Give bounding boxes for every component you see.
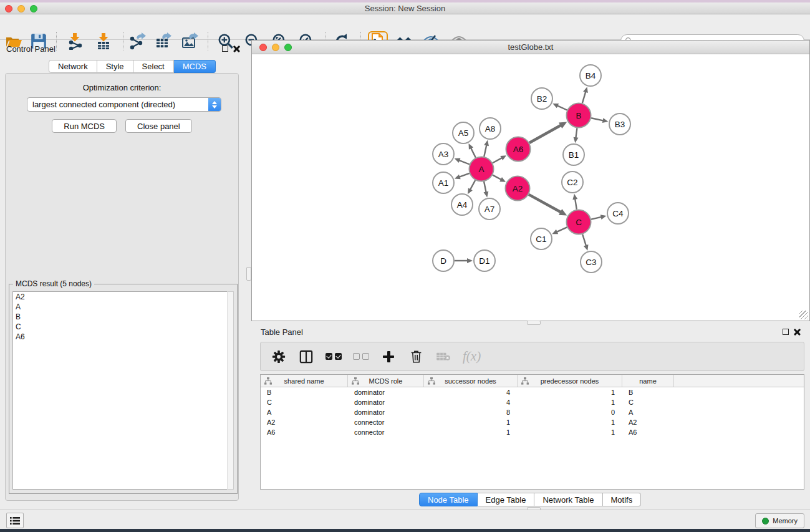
- graph-node-C4[interactable]: C4: [607, 203, 629, 224]
- network-minimize-icon[interactable]: [272, 44, 279, 51]
- memory-button[interactable]: Memory: [755, 513, 804, 528]
- control-panel-close-icon[interactable]: [233, 45, 240, 52]
- table-cell[interactable]: 1: [424, 417, 518, 427]
- graph-edge[interactable]: [471, 147, 476, 157]
- table-cell[interactable]: 1: [518, 417, 622, 427]
- graph-node-A8[interactable]: A8: [480, 118, 501, 139]
- graph-node-A3[interactable]: A3: [433, 143, 454, 165]
- mcds-result-item[interactable]: C: [13, 322, 228, 332]
- close-panel-button[interactable]: Close panel: [125, 119, 192, 133]
- mcds-result-item[interactable]: A2: [13, 292, 228, 302]
- graph-node-A7[interactable]: A7: [479, 198, 500, 220]
- network-view-window[interactable]: testGlobe.txt B4B2BB3B1C2A5A8A6A3AA1A4A7…: [251, 40, 810, 321]
- minimize-window-icon[interactable]: [17, 5, 25, 12]
- graph-edge[interactable]: [557, 105, 567, 110]
- graph-node-C1[interactable]: C1: [531, 228, 552, 249]
- graph-node-A[interactable]: A: [470, 157, 494, 181]
- table-cell[interactable]: dominator: [348, 397, 424, 407]
- graph-node-A1[interactable]: A1: [433, 172, 454, 193]
- column-header-name[interactable]: name: [622, 375, 674, 387]
- network-maximize-icon[interactable]: [284, 44, 292, 51]
- table-cell[interactable]: 1: [518, 397, 622, 407]
- mcds-result-item[interactable]: B: [13, 312, 228, 322]
- table-cell[interactable]: dominator: [348, 407, 424, 417]
- column-visibility-icon[interactable]: [298, 349, 314, 365]
- column-header-successor-nodes[interactable]: successor nodes: [424, 375, 518, 387]
- graph-edge[interactable]: [470, 180, 475, 190]
- tab-mcds[interactable]: MCDS: [174, 60, 216, 73]
- table-cell[interactable]: C: [622, 397, 674, 407]
- column-header-shared-name[interactable]: shared name: [261, 375, 348, 387]
- app-titlebar[interactable]: Session: New Session: [0, 2, 810, 14]
- task-history-button[interactable]: [6, 513, 24, 528]
- delete-column-icon[interactable]: [408, 349, 424, 365]
- graph-edge[interactable]: [582, 235, 586, 247]
- table-cell[interactable]: C: [261, 397, 348, 407]
- maximize-window-icon[interactable]: [30, 5, 37, 12]
- column-header-predecessor-nodes[interactable]: predecessor nodes: [518, 375, 622, 387]
- table-row[interactable]: Adominator80A: [261, 407, 804, 417]
- tab-network-table[interactable]: Network Table: [534, 493, 602, 506]
- table-cell[interactable]: A2: [261, 417, 348, 427]
- network-close-icon[interactable]: [259, 44, 267, 51]
- tab-network[interactable]: Network: [49, 60, 97, 73]
- node-table-header[interactable]: shared name MCDS role successor nodes pr…: [261, 375, 804, 387]
- tab-select[interactable]: Select: [133, 60, 174, 73]
- split-divider-handle[interactable]: [527, 321, 541, 325]
- export-table-icon[interactable]: [153, 31, 173, 51]
- import-network-icon[interactable]: [65, 31, 85, 51]
- table-cell[interactable]: 1: [518, 427, 622, 437]
- run-mcds-button[interactable]: Run MCDS: [52, 119, 117, 133]
- table-cell[interactable]: B: [261, 387, 348, 397]
- table-row[interactable]: Cdominator41C: [261, 397, 804, 407]
- graph-node-A5[interactable]: A5: [453, 122, 474, 143]
- graph-edge[interactable]: [458, 160, 470, 165]
- deselect-all-icon[interactable]: [353, 353, 369, 360]
- mcds-result-item[interactable]: A: [13, 302, 228, 312]
- graph-node-C3[interactable]: C3: [581, 251, 602, 273]
- criterion-select[interactable]: largest connected component (directed): [27, 97, 221, 112]
- mcds-result-item[interactable]: A6: [13, 332, 228, 342]
- function-builder-icon[interactable]: f(x): [463, 349, 481, 364]
- mcds-result-scrollbar[interactable]: [227, 291, 234, 490]
- table-cell[interactable]: connector: [348, 417, 424, 427]
- graph-node-A6[interactable]: A6: [506, 137, 531, 162]
- window-resize-grip[interactable]: [799, 311, 808, 319]
- node-table-body[interactable]: Bdominator41BCdominator41CAdominator80AA…: [261, 387, 804, 437]
- table-cell[interactable]: 1: [424, 427, 518, 437]
- network-graph[interactable]: B4B2BB3B1C2A5A8A6A3AA1A4A7A2C4CC1C3DD1: [253, 55, 809, 321]
- add-column-icon[interactable]: [380, 349, 397, 365]
- column-header-mcds-role[interactable]: MCDS role: [348, 375, 424, 387]
- table-panel-float-icon[interactable]: [783, 329, 789, 335]
- graph-edge[interactable]: [458, 173, 469, 177]
- table-cell[interactable]: B: [622, 387, 674, 397]
- table-cell[interactable]: connector: [348, 427, 424, 437]
- table-cell[interactable]: 8: [424, 407, 518, 417]
- graph-node-B3[interactable]: B3: [609, 114, 630, 135]
- table-settings-gear-icon[interactable]: [271, 349, 287, 365]
- graph-node-A4[interactable]: A4: [451, 194, 473, 215]
- tab-motifs[interactable]: Motifs: [603, 493, 642, 506]
- graph-edge[interactable]: [493, 175, 502, 180]
- control-panel-float-icon[interactable]: [222, 46, 228, 52]
- graph-node-B4[interactable]: B4: [580, 65, 601, 86]
- graph-node-B1[interactable]: B1: [563, 144, 584, 165]
- table-cell[interactable]: 1: [518, 387, 622, 397]
- graph-node-B[interactable]: B: [567, 104, 591, 128]
- split-divider-handle[interactable]: [246, 267, 251, 281]
- node-table[interactable]: shared name MCDS role successor nodes pr…: [260, 374, 804, 490]
- graph-edge[interactable]: [529, 195, 561, 213]
- graph-edge[interactable]: [484, 144, 486, 157]
- graph-node-A2[interactable]: A2: [506, 177, 530, 201]
- table-cell[interactable]: A: [622, 407, 674, 417]
- graph-node-D1[interactable]: D1: [474, 250, 495, 271]
- tab-edge-table[interactable]: Edge Table: [478, 493, 535, 506]
- graph-edge[interactable]: [493, 158, 503, 163]
- table-row[interactable]: A6connector11A6: [261, 427, 804, 437]
- graph-edge[interactable]: [576, 128, 577, 138]
- table-cell[interactable]: A2: [622, 417, 674, 427]
- table-cell[interactable]: 4: [424, 387, 518, 397]
- tab-node-table[interactable]: Node Table: [419, 493, 478, 506]
- table-cell[interactable]: A6: [261, 427, 348, 437]
- select-all-icon[interactable]: [325, 353, 342, 360]
